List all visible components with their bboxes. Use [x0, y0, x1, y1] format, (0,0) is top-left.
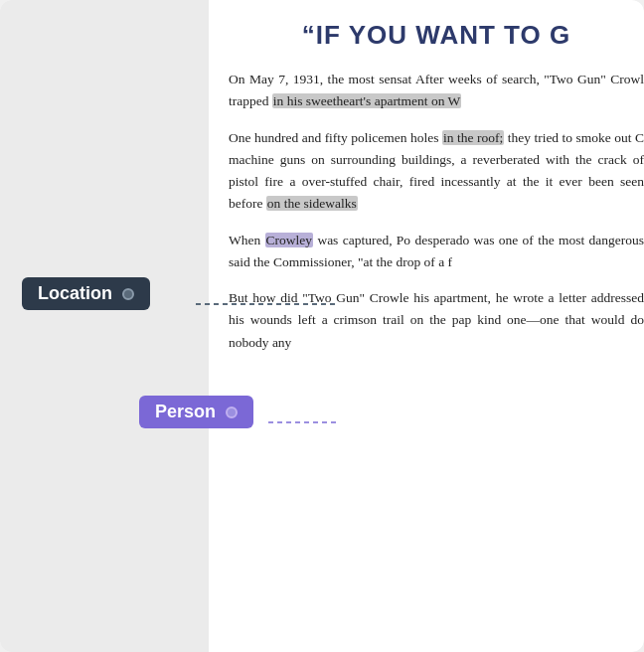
location-tag[interactable]: Location [22, 277, 150, 310]
content-panel: “IF YOU WANT TO G On May 7, 1931, the mo… [209, 0, 644, 652]
article-title: “IF YOU WANT TO G [229, 20, 644, 51]
location-highlight-3: on the sidewalks [266, 196, 358, 211]
article-body: On May 7, 1931, the most sensat After we… [229, 69, 644, 368]
sidebar [0, 0, 209, 652]
location-tag-label: Location [38, 283, 112, 304]
person-tag-label: Person [155, 402, 216, 422]
paragraph-2: One hundred and fifty policemen holes in… [229, 127, 644, 216]
person-highlight-crowley: Crowley [265, 233, 314, 247]
person-tag-dot [226, 407, 238, 418]
location-tag-dot [122, 288, 134, 300]
person-tag[interactable]: Person [139, 396, 253, 428]
paragraph-4: But how did "Two Gun" Crowle his apartme… [229, 287, 644, 354]
paragraph-1: On May 7, 1931, the most sensat After we… [229, 69, 644, 113]
location-highlight-1: in his sweetheart's apartment on W [272, 93, 462, 108]
paragraph-3: When Crowley was captured, Po desperado … [229, 230, 644, 274]
main-container: “IF YOU WANT TO G On May 7, 1931, the mo… [0, 0, 644, 652]
location-highlight-2: in the roof; [442, 130, 504, 145]
